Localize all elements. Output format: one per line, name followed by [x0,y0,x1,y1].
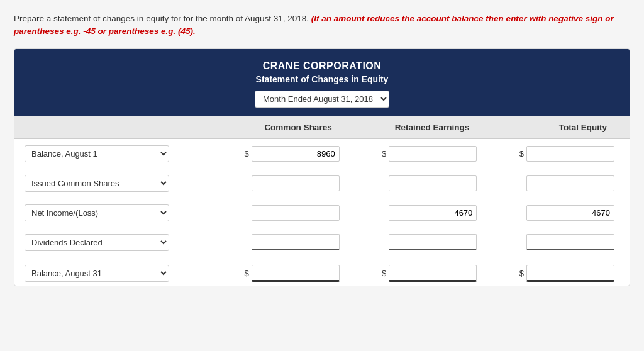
cell-wrap-col3-row1: $ [345,146,482,162]
company-name: CRANE CORPORATION [27,60,617,72]
cell-wrap-col4-row1: $ [482,146,619,162]
cell-wrap-col2-balance: $ [207,265,345,282]
input-common-shares-balance[interactable] [252,265,340,282]
input-total-equity-row1[interactable] [526,146,614,162]
table-body: Balance, August 1 Issued Common Shares N… [14,139,630,286]
cell-wrap-col2-row1: $ [207,146,345,162]
input-total-equity-row4[interactable] [526,234,614,250]
statement-title: Statement of Changes in Equity [27,74,617,84]
row-label-select-2[interactable]: Balance, August 1 Issued Common Shares N… [25,175,169,192]
input-retained-earnings-row3[interactable] [389,205,477,221]
dollar-sign: $ [519,149,524,159]
dollar-sign: $ [382,269,386,278]
input-retained-earnings-row1[interactable] [389,146,477,162]
input-retained-earnings-balance[interactable] [389,265,477,282]
dollar-sign: $ [244,269,248,278]
row-label-select-4[interactable]: Balance, August 1 Issued Common Shares N… [25,234,169,251]
input-common-shares-row2[interactable] [252,176,340,191]
dollar-sign: $ [519,269,524,278]
instruction-text: Prepare a statement of changes in equity… [14,14,309,23]
row-label-wrap: Balance, August 1 Issued Common Shares N… [25,204,207,221]
row-label-wrap: Balance, August 1 Issued Common Shares N… [25,234,207,251]
row-label-wrap: Balance, August 1 Issued Common Shares N… [25,265,207,282]
cell-wrap-col2-row4 [207,234,345,250]
input-total-equity-row3[interactable] [526,205,614,221]
col-header-empty [25,123,207,132]
cell-wrap-col3-row4 [345,234,482,250]
cell-wrap-col4-row2 [482,176,619,191]
cell-wrap-col3-row3 [345,205,482,221]
input-total-equity-balance[interactable] [526,265,614,282]
input-total-equity-row2[interactable] [526,176,614,191]
cell-wrap-col4-row4 [482,234,619,250]
input-common-shares-row1[interactable] [252,146,340,162]
period-select-wrap: Month Ended August 31, 2018 [27,91,617,108]
col-header-common-shares: Common Shares [207,123,345,132]
row-label-select-3[interactable]: Balance, August 1 Issued Common Shares N… [25,204,169,221]
table-row: Balance, August 1 Issued Common Shares N… [25,139,619,169]
col-header-retained-earnings: Retained Earnings [345,123,482,132]
cell-wrap-col3-row2 [345,176,482,191]
input-common-shares-row3[interactable] [252,205,340,221]
cell-wrap-col4-row3 [482,205,619,221]
table-row: Balance, August 1 Issued Common Shares N… [25,169,619,198]
cell-wrap-col2-row2 [207,176,345,191]
cell-wrap-col2-row3 [207,205,345,221]
statement-card: CRANE CORPORATION Statement of Changes i… [14,48,630,286]
col-header-total-equity: Total Equity [482,123,619,132]
dollar-sign: $ [244,149,248,159]
column-headers: Common Shares Retained Earnings Total Eq… [14,116,630,139]
period-select[interactable]: Month Ended August 31, 2018 [255,91,389,108]
row-label-select-1[interactable]: Balance, August 1 Issued Common Shares N… [25,145,169,162]
instructions-block: Prepare a statement of changes in equity… [14,13,630,38]
cell-wrap-col4-balance: $ [482,265,619,282]
table-row: Balance, August 1 Issued Common Shares N… [25,198,619,228]
input-retained-earnings-row2[interactable] [389,176,477,191]
row-label-wrap: Balance, August 1 Issued Common Shares N… [25,175,207,192]
card-header: CRANE CORPORATION Statement of Changes i… [14,49,630,116]
dollar-sign: $ [382,149,386,159]
input-common-shares-row4[interactable] [252,234,340,250]
table-row: Balance, August 1 Issued Common Shares N… [25,228,619,257]
row-label-wrap: Balance, August 1 Issued Common Shares N… [25,145,207,162]
cell-wrap-col3-balance: $ [345,265,482,282]
input-retained-earnings-row4[interactable] [389,234,477,250]
balance-row: Balance, August 1 Issued Common Shares N… [25,257,619,286]
row-label-select-5[interactable]: Balance, August 1 Issued Common Shares N… [25,265,169,282]
